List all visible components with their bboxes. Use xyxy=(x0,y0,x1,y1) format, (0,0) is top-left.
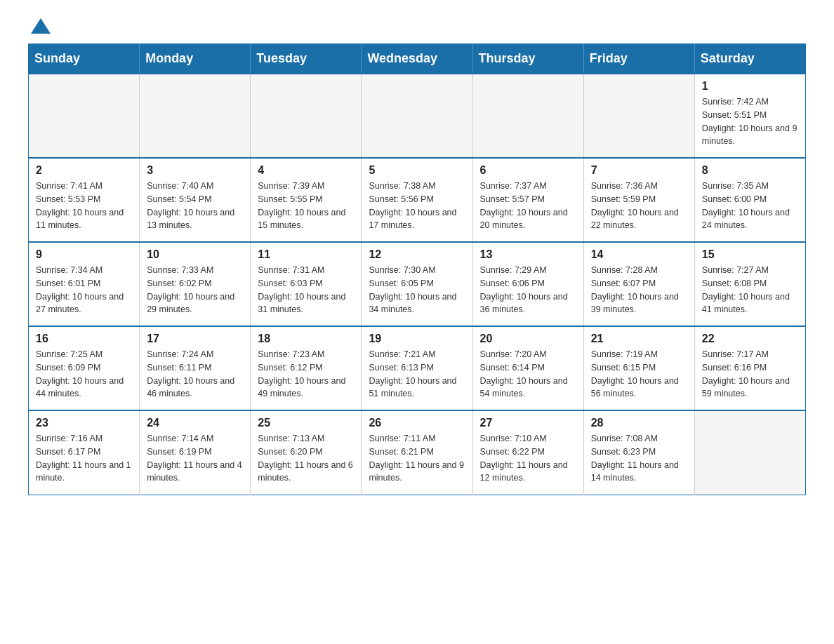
day-number: 10 xyxy=(147,248,243,261)
calendar-cell: 23Sunrise: 7:16 AMSunset: 6:17 PMDayligh… xyxy=(29,410,140,495)
calendar-cell: 4Sunrise: 7:39 AMSunset: 5:55 PMDaylight… xyxy=(251,158,362,242)
day-info: Sunrise: 7:21 AMSunset: 6:13 PMDaylight:… xyxy=(369,348,465,401)
calendar-cell: 9Sunrise: 7:34 AMSunset: 6:01 PMDaylight… xyxy=(29,242,140,326)
day-number: 25 xyxy=(258,417,354,429)
day-number: 28 xyxy=(591,417,687,429)
day-info: Sunrise: 7:08 AMSunset: 6:23 PMDaylight:… xyxy=(591,432,687,485)
day-info: Sunrise: 7:11 AMSunset: 6:21 PMDaylight:… xyxy=(369,432,465,485)
calendar-cell: 10Sunrise: 7:33 AMSunset: 6:02 PMDayligh… xyxy=(140,242,251,326)
calendar-cell xyxy=(362,74,472,158)
day-number: 18 xyxy=(258,333,354,345)
day-number: 1 xyxy=(702,80,798,93)
calendar-cell: 12Sunrise: 7:30 AMSunset: 6:05 PMDayligh… xyxy=(362,242,472,326)
day-info: Sunrise: 7:28 AMSunset: 6:07 PMDaylight:… xyxy=(591,264,687,316)
calendar-cell xyxy=(251,74,362,158)
calendar-cell xyxy=(583,74,694,158)
day-info: Sunrise: 7:40 AMSunset: 5:54 PMDaylight:… xyxy=(147,180,243,232)
calendar-cell xyxy=(29,74,140,158)
day-number: 27 xyxy=(480,417,576,429)
day-number: 11 xyxy=(258,248,354,261)
day-number: 21 xyxy=(591,333,687,345)
calendar-cell: 19Sunrise: 7:21 AMSunset: 6:13 PMDayligh… xyxy=(362,326,472,410)
day-info: Sunrise: 7:24 AMSunset: 6:11 PMDaylight:… xyxy=(147,348,243,401)
calendar-cell: 28Sunrise: 7:08 AMSunset: 6:23 PMDayligh… xyxy=(583,410,694,495)
day-info: Sunrise: 7:36 AMSunset: 5:59 PMDaylight:… xyxy=(591,180,687,232)
calendar-cell: 6Sunrise: 7:37 AMSunset: 5:57 PMDaylight… xyxy=(472,158,583,242)
calendar-cell: 14Sunrise: 7:28 AMSunset: 6:07 PMDayligh… xyxy=(583,242,694,326)
calendar-cell: 22Sunrise: 7:17 AMSunset: 6:16 PMDayligh… xyxy=(694,326,805,410)
calendar-week-row: 9Sunrise: 7:34 AMSunset: 6:01 PMDaylight… xyxy=(29,242,806,326)
calendar-cell: 17Sunrise: 7:24 AMSunset: 6:11 PMDayligh… xyxy=(140,326,251,410)
calendar-cell: 16Sunrise: 7:25 AMSunset: 6:09 PMDayligh… xyxy=(29,326,140,410)
weekday-header-saturday: Saturday xyxy=(694,44,805,74)
day-info: Sunrise: 7:16 AMSunset: 6:17 PMDaylight:… xyxy=(36,432,132,485)
calendar-cell: 5Sunrise: 7:38 AMSunset: 5:56 PMDaylight… xyxy=(362,158,472,242)
day-number: 3 xyxy=(147,164,243,177)
day-info: Sunrise: 7:31 AMSunset: 6:03 PMDaylight:… xyxy=(258,264,354,316)
weekday-header-friday: Friday xyxy=(583,44,694,74)
calendar-body: 1Sunrise: 7:42 AMSunset: 5:51 PMDaylight… xyxy=(29,74,806,495)
calendar-week-row: 16Sunrise: 7:25 AMSunset: 6:09 PMDayligh… xyxy=(29,326,806,410)
day-info: Sunrise: 7:23 AMSunset: 6:12 PMDaylight:… xyxy=(258,348,354,401)
day-number: 22 xyxy=(702,333,798,345)
calendar-cell: 20Sunrise: 7:20 AMSunset: 6:14 PMDayligh… xyxy=(472,326,583,410)
calendar-cell: 26Sunrise: 7:11 AMSunset: 6:21 PMDayligh… xyxy=(362,410,472,495)
calendar-cell xyxy=(694,410,805,495)
day-info: Sunrise: 7:37 AMSunset: 5:57 PMDaylight:… xyxy=(480,180,576,232)
calendar-cell xyxy=(472,74,583,158)
calendar-week-row: 1Sunrise: 7:42 AMSunset: 5:51 PMDaylight… xyxy=(29,74,806,158)
calendar-cell: 15Sunrise: 7:27 AMSunset: 6:08 PMDayligh… xyxy=(694,242,805,326)
day-number: 24 xyxy=(147,417,243,429)
day-info: Sunrise: 7:34 AMSunset: 6:01 PMDaylight:… xyxy=(36,264,132,316)
logo xyxy=(28,21,53,29)
logo-triangle-icon xyxy=(31,18,51,34)
day-info: Sunrise: 7:14 AMSunset: 6:19 PMDaylight:… xyxy=(147,432,243,485)
day-number: 7 xyxy=(591,164,687,177)
day-number: 14 xyxy=(591,248,687,261)
day-info: Sunrise: 7:35 AMSunset: 6:00 PMDaylight:… xyxy=(702,180,798,232)
day-info: Sunrise: 7:39 AMSunset: 5:55 PMDaylight:… xyxy=(258,180,354,232)
calendar-cell: 18Sunrise: 7:23 AMSunset: 6:12 PMDayligh… xyxy=(251,326,362,410)
day-number: 16 xyxy=(36,333,132,345)
day-info: Sunrise: 7:17 AMSunset: 6:16 PMDaylight:… xyxy=(702,348,798,401)
calendar-cell: 25Sunrise: 7:13 AMSunset: 6:20 PMDayligh… xyxy=(251,410,362,495)
calendar-cell: 2Sunrise: 7:41 AMSunset: 5:53 PMDaylight… xyxy=(29,158,140,242)
day-number: 6 xyxy=(480,164,576,177)
calendar-cell xyxy=(140,74,251,158)
day-number: 12 xyxy=(369,248,465,261)
calendar-cell: 13Sunrise: 7:29 AMSunset: 6:06 PMDayligh… xyxy=(472,242,583,326)
weekday-header-sunday: Sunday xyxy=(29,44,140,74)
page-header xyxy=(28,21,806,29)
day-info: Sunrise: 7:30 AMSunset: 6:05 PMDaylight:… xyxy=(369,264,465,316)
day-info: Sunrise: 7:19 AMSunset: 6:15 PMDaylight:… xyxy=(591,348,687,401)
day-info: Sunrise: 7:27 AMSunset: 6:08 PMDaylight:… xyxy=(702,264,798,316)
day-number: 4 xyxy=(258,164,354,177)
calendar-cell: 11Sunrise: 7:31 AMSunset: 6:03 PMDayligh… xyxy=(251,242,362,326)
day-number: 2 xyxy=(36,164,132,177)
day-info: Sunrise: 7:41 AMSunset: 5:53 PMDaylight:… xyxy=(36,180,132,232)
calendar-header: SundayMondayTuesdayWednesdayThursdayFrid… xyxy=(29,44,806,74)
calendar-cell: 1Sunrise: 7:42 AMSunset: 5:51 PMDaylight… xyxy=(694,74,805,158)
day-info: Sunrise: 7:10 AMSunset: 6:22 PMDaylight:… xyxy=(480,432,576,485)
day-number: 8 xyxy=(702,164,798,177)
weekday-header-thursday: Thursday xyxy=(472,44,583,74)
calendar-week-row: 23Sunrise: 7:16 AMSunset: 6:17 PMDayligh… xyxy=(29,410,806,495)
calendar-cell: 3Sunrise: 7:40 AMSunset: 5:54 PMDaylight… xyxy=(140,158,251,242)
calendar-table: SundayMondayTuesdayWednesdayThursdayFrid… xyxy=(28,43,806,495)
day-info: Sunrise: 7:29 AMSunset: 6:06 PMDaylight:… xyxy=(480,264,576,316)
day-number: 13 xyxy=(480,248,576,261)
day-number: 17 xyxy=(147,333,243,345)
day-number: 5 xyxy=(369,164,465,177)
weekday-header-row: SundayMondayTuesdayWednesdayThursdayFrid… xyxy=(29,44,806,74)
day-number: 23 xyxy=(36,417,132,429)
day-info: Sunrise: 7:42 AMSunset: 5:51 PMDaylight:… xyxy=(702,95,798,148)
calendar-cell: 27Sunrise: 7:10 AMSunset: 6:22 PMDayligh… xyxy=(472,410,583,495)
day-number: 19 xyxy=(369,333,465,345)
day-number: 9 xyxy=(36,248,132,261)
weekday-header-tuesday: Tuesday xyxy=(251,44,362,74)
calendar-cell: 24Sunrise: 7:14 AMSunset: 6:19 PMDayligh… xyxy=(140,410,251,495)
day-number: 26 xyxy=(369,417,465,429)
day-info: Sunrise: 7:20 AMSunset: 6:14 PMDaylight:… xyxy=(480,348,576,401)
day-info: Sunrise: 7:13 AMSunset: 6:20 PMDaylight:… xyxy=(258,432,354,485)
day-info: Sunrise: 7:38 AMSunset: 5:56 PMDaylight:… xyxy=(369,180,465,232)
